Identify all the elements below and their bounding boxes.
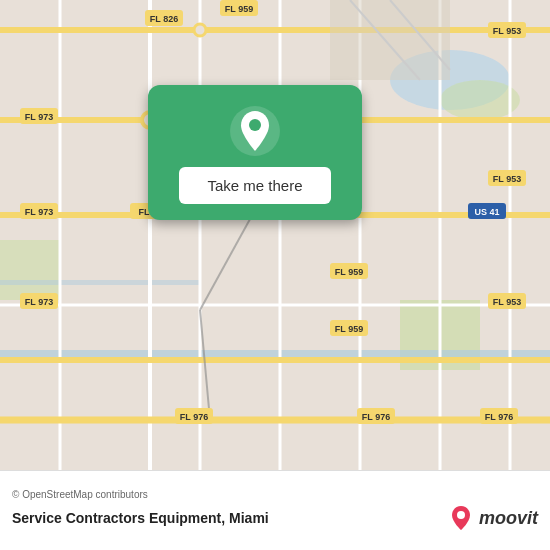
svg-point-59	[457, 511, 465, 519]
map-container: FL 826 FL 973 FL 973 FL 973 FL FL 959 FL…	[0, 0, 550, 470]
svg-rect-4	[0, 240, 60, 300]
location-name: Service Contractors Equipment, Miami	[12, 510, 269, 526]
svg-rect-5	[0, 350, 550, 358]
svg-text:FL 959: FL 959	[225, 4, 253, 14]
svg-text:FL 959: FL 959	[335, 324, 363, 334]
svg-text:US 41: US 41	[474, 207, 499, 217]
svg-text:FL 973: FL 973	[25, 297, 53, 307]
svg-rect-54	[330, 0, 450, 80]
map-attribution: © OpenStreetMap contributors	[12, 489, 538, 500]
svg-text:FL 976: FL 976	[362, 412, 390, 422]
svg-text:FL 826: FL 826	[150, 14, 178, 24]
svg-text:FL 953: FL 953	[493, 297, 521, 307]
svg-rect-6	[0, 280, 200, 285]
moovit-brand-text: moovit	[479, 508, 538, 529]
svg-text:FL 953: FL 953	[493, 26, 521, 36]
svg-point-23	[194, 24, 206, 36]
svg-text:FL 973: FL 973	[25, 112, 53, 122]
svg-text:FL 953: FL 953	[493, 174, 521, 184]
location-info: Service Contractors Equipment, Miami moo…	[12, 504, 538, 532]
svg-point-58	[249, 119, 261, 131]
moovit-pin-icon	[447, 504, 475, 532]
svg-text:FL 976: FL 976	[485, 412, 513, 422]
moovit-logo: moovit	[447, 504, 538, 532]
location-pin-icon	[229, 105, 281, 157]
svg-point-2	[440, 80, 520, 120]
svg-text:FL 959: FL 959	[335, 267, 363, 277]
take-me-there-button[interactable]: Take me there	[179, 167, 330, 204]
map-svg: FL 826 FL 973 FL 973 FL 973 FL FL 959 FL…	[0, 0, 550, 470]
location-card: Take me there	[148, 85, 362, 220]
svg-text:FL 976: FL 976	[180, 412, 208, 422]
svg-text:FL 973: FL 973	[25, 207, 53, 217]
bottom-bar: © OpenStreetMap contributors Service Con…	[0, 470, 550, 550]
